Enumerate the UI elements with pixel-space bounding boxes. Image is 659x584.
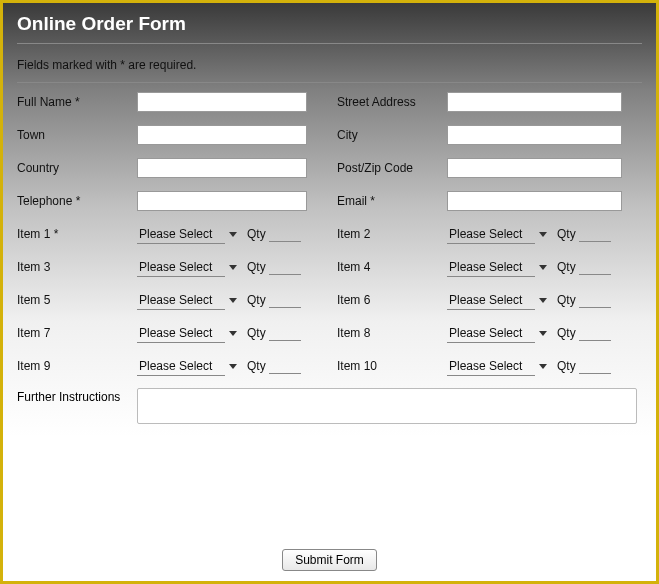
chevron-down-icon bbox=[229, 265, 237, 270]
qty-label-item5: Qty bbox=[247, 293, 266, 307]
label-item5: Item 5 bbox=[17, 293, 137, 307]
select-text-item8: Please Select bbox=[447, 324, 535, 343]
select-item10[interactable]: Please Select bbox=[447, 357, 557, 376]
chevron-down-icon bbox=[539, 364, 547, 369]
input-street-address[interactable] bbox=[447, 92, 622, 112]
select-item2[interactable]: Please Select bbox=[447, 225, 557, 244]
col-item9: Item 9 Please Select Qty bbox=[17, 357, 337, 376]
chevron-down-icon bbox=[539, 331, 547, 336]
qty-input-item10[interactable] bbox=[579, 358, 611, 374]
qty-label-item1: Qty bbox=[247, 227, 266, 241]
col-item7: Item 7 Please Select Qty bbox=[17, 324, 337, 343]
qty-input-item2[interactable] bbox=[579, 226, 611, 242]
select-item4[interactable]: Please Select bbox=[447, 258, 557, 277]
qty-input-item5[interactable] bbox=[269, 292, 301, 308]
label-city: City bbox=[337, 128, 447, 142]
chevron-down-icon bbox=[229, 232, 237, 237]
select-item7[interactable]: Please Select bbox=[137, 324, 247, 343]
row-item-9-10: Item 9 Please Select Qty Item 10 Please … bbox=[17, 355, 642, 377]
label-email: Email * bbox=[337, 194, 447, 208]
select-text-item4: Please Select bbox=[447, 258, 535, 277]
label-full-name: Full Name * bbox=[17, 95, 137, 109]
col-town: Town bbox=[17, 125, 337, 145]
label-telephone: Telephone * bbox=[17, 194, 137, 208]
qty-label-item7: Qty bbox=[247, 326, 266, 340]
qty-input-item8[interactable] bbox=[579, 325, 611, 341]
select-text-item1: Please Select bbox=[137, 225, 225, 244]
chevron-down-icon bbox=[229, 364, 237, 369]
qty-label-item2: Qty bbox=[557, 227, 576, 241]
label-town: Town bbox=[17, 128, 137, 142]
chevron-down-icon bbox=[229, 331, 237, 336]
col-street-address: Street Address bbox=[337, 92, 642, 112]
form-title: Online Order Form bbox=[17, 13, 642, 35]
col-item2: Item 2 Please Select Qty bbox=[337, 225, 642, 244]
submit-button[interactable]: Submit Form bbox=[282, 549, 377, 571]
col-city: City bbox=[337, 125, 642, 145]
chevron-down-icon bbox=[229, 298, 237, 303]
required-note: Fields marked with * are required. bbox=[3, 44, 656, 82]
col-item3: Item 3 Please Select Qty bbox=[17, 258, 337, 277]
row-item-5-6: Item 5 Please Select Qty Item 6 Please S… bbox=[17, 289, 642, 311]
select-text-item5: Please Select bbox=[137, 291, 225, 310]
select-text-item6: Please Select bbox=[447, 291, 535, 310]
input-country[interactable] bbox=[137, 158, 307, 178]
input-email[interactable] bbox=[447, 191, 622, 211]
qty-label-item8: Qty bbox=[557, 326, 576, 340]
qty-label-item3: Qty bbox=[247, 260, 266, 274]
label-item10: Item 10 bbox=[337, 359, 447, 373]
select-item3[interactable]: Please Select bbox=[137, 258, 247, 277]
qty-input-item7[interactable] bbox=[269, 325, 301, 341]
qty-input-item6[interactable] bbox=[579, 292, 611, 308]
qty-input-item9[interactable] bbox=[269, 358, 301, 374]
input-city[interactable] bbox=[447, 125, 622, 145]
qty-label-item9: Qty bbox=[247, 359, 266, 373]
label-country: Country bbox=[17, 161, 137, 175]
select-item1[interactable]: Please Select bbox=[137, 225, 247, 244]
qty-input-item1[interactable] bbox=[269, 226, 301, 242]
select-item6[interactable]: Please Select bbox=[447, 291, 557, 310]
col-item8: Item 8 Please Select Qty bbox=[337, 324, 642, 343]
row-item-7-8: Item 7 Please Select Qty Item 8 Please S… bbox=[17, 322, 642, 344]
input-further-instructions[interactable] bbox=[137, 388, 637, 424]
select-text-item7: Please Select bbox=[137, 324, 225, 343]
select-item5[interactable]: Please Select bbox=[137, 291, 247, 310]
select-item9[interactable]: Please Select bbox=[137, 357, 247, 376]
row-further-instructions: Further Instructions bbox=[17, 388, 642, 424]
col-item5: Item 5 Please Select Qty bbox=[17, 291, 337, 310]
input-town[interactable] bbox=[137, 125, 307, 145]
col-item4: Item 4 Please Select Qty bbox=[337, 258, 642, 277]
label-item7: Item 7 bbox=[17, 326, 137, 340]
chevron-down-icon bbox=[539, 265, 547, 270]
input-full-name[interactable] bbox=[137, 92, 307, 112]
col-zip: Post/Zip Code bbox=[337, 158, 642, 178]
col-full-name: Full Name * bbox=[17, 92, 337, 112]
chevron-down-icon bbox=[539, 298, 547, 303]
qty-input-item3[interactable] bbox=[269, 259, 301, 275]
row-country-zip: Country Post/Zip Code bbox=[17, 157, 642, 179]
row-item-3-4: Item 3 Please Select Qty Item 4 Please S… bbox=[17, 256, 642, 278]
col-item10: Item 10 Please Select Qty bbox=[337, 357, 642, 376]
row-town-city: Town City bbox=[17, 124, 642, 146]
qty-input-item4[interactable] bbox=[579, 259, 611, 275]
qty-label-item6: Qty bbox=[557, 293, 576, 307]
select-text-item3: Please Select bbox=[137, 258, 225, 277]
form-header: Online Order Form bbox=[3, 3, 656, 43]
label-item6: Item 6 bbox=[337, 293, 447, 307]
col-telephone: Telephone * bbox=[17, 191, 337, 211]
col-item6: Item 6 Please Select Qty bbox=[337, 291, 642, 310]
select-text-item9: Please Select bbox=[137, 357, 225, 376]
input-zip[interactable] bbox=[447, 158, 622, 178]
select-text-item2: Please Select bbox=[447, 225, 535, 244]
chevron-down-icon bbox=[539, 232, 547, 237]
label-item4: Item 4 bbox=[337, 260, 447, 274]
select-item8[interactable]: Please Select bbox=[447, 324, 557, 343]
qty-label-item10: Qty bbox=[557, 359, 576, 373]
label-item2: Item 2 bbox=[337, 227, 447, 241]
col-item1: Item 1 * Please Select Qty bbox=[17, 225, 337, 244]
form-body: Full Name * Street Address Town City Cou… bbox=[3, 83, 656, 424]
col-email: Email * bbox=[337, 191, 642, 211]
qty-label-item4: Qty bbox=[557, 260, 576, 274]
input-telephone[interactable] bbox=[137, 191, 307, 211]
label-zip: Post/Zip Code bbox=[337, 161, 447, 175]
